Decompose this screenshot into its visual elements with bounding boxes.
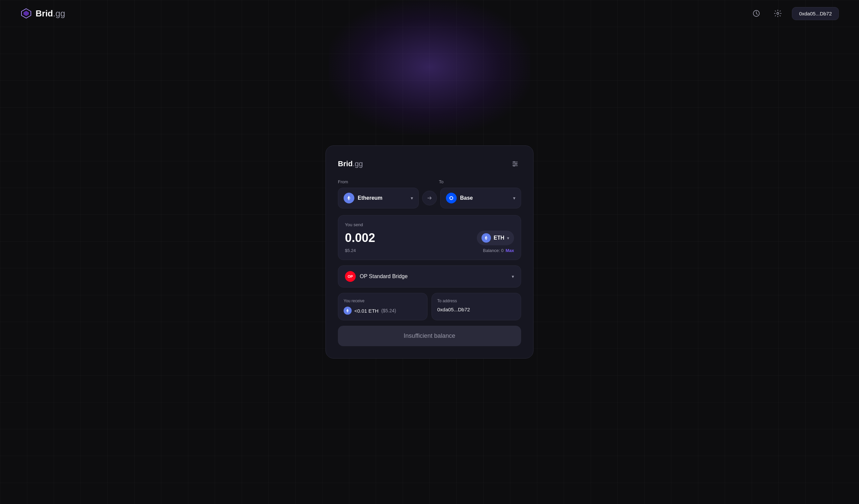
to-address-box: To address 0xda05...Db72 — [432, 293, 521, 320]
logo-icon — [20, 7, 32, 19]
to-label: To — [439, 179, 521, 184]
card-settings-btn[interactable] — [509, 158, 521, 170]
card-title: Brid.gg — [338, 159, 363, 168]
card-header: Brid.gg — [338, 158, 521, 170]
settings-icon-btn[interactable] — [770, 6, 785, 21]
from-chain-selector[interactable]: Ethereum ▾ — [338, 188, 419, 208]
receive-usd-value: ($5.24) — [381, 308, 396, 313]
arrow-right-icon — [426, 195, 433, 201]
sliders-icon — [511, 160, 519, 168]
svg-point-7 — [513, 161, 515, 163]
swap-chains-button[interactable] — [422, 191, 437, 205]
send-label: You send — [345, 222, 514, 227]
you-send-section: You send 0.002 ETH — [338, 215, 521, 260]
app-logo-text: Brid.gg — [35, 9, 65, 19]
max-button[interactable]: Max — [506, 248, 514, 253]
from-label: From — [338, 179, 420, 184]
address-value: 0xda05...Db72 — [437, 306, 470, 312]
you-receive-box: You receive <0.01 ETH ($5.24) — [338, 293, 427, 320]
svg-point-9 — [513, 165, 515, 167]
bridge-name: OP Standard Bridge — [360, 273, 508, 280]
logo: Brid.gg — [20, 7, 65, 19]
eth-logo — [346, 195, 352, 201]
bridge-chevron: ▾ — [512, 274, 514, 279]
base-chain-icon — [446, 193, 457, 203]
send-amount-row: 0.002 ETH ▾ — [345, 231, 514, 245]
to-chain-chevron: ▾ — [513, 195, 515, 201]
token-chevron: ▾ — [507, 236, 509, 241]
bridge-card: Brid.gg From To — [326, 145, 533, 359]
svg-point-3 — [777, 12, 779, 14]
receive-eth-logo — [345, 308, 350, 313]
from-chain-name: Ethereum — [358, 195, 407, 201]
eth-token-logo — [483, 235, 489, 241]
action-button[interactable]: Insufficient balance — [338, 326, 521, 346]
svg-point-17 — [450, 197, 453, 200]
token-selector[interactable]: ETH ▾ — [477, 231, 514, 245]
gear-icon — [774, 10, 782, 17]
send-amount-value[interactable]: 0.002 — [345, 231, 375, 245]
from-to-labels: From To — [338, 179, 521, 184]
from-to-row: Ethereum ▾ — [338, 188, 521, 208]
receive-eth-icon — [344, 306, 352, 315]
receive-amount-row: <0.01 ETH ($5.24) — [344, 306, 422, 315]
receive-amount-value: <0.01 ETH — [355, 308, 378, 314]
to-chain-name: Base — [460, 195, 510, 201]
balance-text: Balance: 0 — [483, 248, 503, 253]
main-card-container: Brid.gg From To — [326, 145, 533, 359]
clock-icon — [752, 10, 760, 17]
send-usd-value: $5.24 — [345, 248, 356, 253]
ethereum-chain-icon — [344, 193, 355, 203]
from-chain-chevron: ▾ — [411, 195, 413, 201]
address-label: To address — [437, 299, 515, 303]
history-icon-btn[interactable] — [749, 6, 764, 21]
from-to-section: From To Ethe — [338, 179, 521, 208]
balance-row: Balance: 0 Max — [483, 248, 514, 253]
wallet-button[interactable]: 0xda05...Db72 — [792, 7, 839, 20]
token-name: ETH — [494, 235, 504, 241]
bridge-selector[interactable]: OP OP Standard Bridge ▾ — [338, 265, 521, 287]
op-bridge-icon: OP — [345, 271, 356, 282]
receive-row: You receive <0.01 ETH ($5.24) — [338, 293, 521, 320]
to-chain-selector[interactable]: Base ▾ — [440, 188, 521, 208]
navbar: Brid.gg 0xda05...Db72 — [0, 0, 859, 27]
receive-label: You receive — [344, 299, 422, 303]
svg-marker-1 — [24, 11, 29, 16]
svg-point-8 — [515, 163, 517, 164]
eth-token-icon — [482, 233, 491, 242]
navbar-right: 0xda05...Db72 — [749, 6, 839, 21]
base-logo — [448, 195, 454, 201]
